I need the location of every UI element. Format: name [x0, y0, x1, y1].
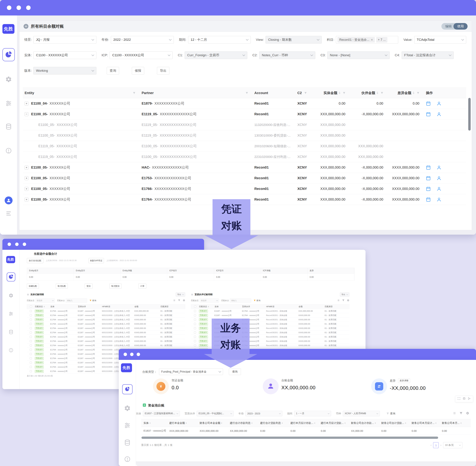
version-select[interactable]: Working	[33, 67, 96, 74]
row-checkbox[interactable]	[30, 370, 32, 372]
voucher-calendar-icon[interactable]	[426, 112, 431, 117]
list-icon[interactable]	[453, 412, 456, 415]
person-icon[interactable]	[437, 101, 441, 106]
detail-row[interactable]: 匹配成功 E1764 - xxxxxx公司 E1187 - xxxxxx公司 6…	[27, 313, 185, 317]
ledger-type-select[interactable]: Funding_Pool_Principal - 资金池本金	[159, 368, 223, 375]
match-id-input[interactable]: 请输入	[230, 298, 251, 303]
detail-row[interactable]: 匹配成功 E1764 - xxxxxx公司 E1187 - xxxxxx公司 6…	[27, 335, 185, 339]
row-checkbox[interactable]	[30, 361, 32, 364]
sidebar-item-data[interactable]	[9, 330, 13, 335]
voucher-calendar-icon[interactable]	[426, 186, 431, 191]
person-icon[interactable]	[437, 197, 441, 202]
row-checkbox[interactable]	[194, 331, 196, 334]
row-checkbox[interactable]	[30, 331, 32, 334]
filter-funnel-icon[interactable]	[133, 92, 135, 94]
detail-row[interactable]: 匹配成功 E1187 - xxxxxx公司 E1764 - xxxxxx公司 R…	[191, 309, 349, 313]
row-checkbox[interactable]	[30, 349, 32, 351]
match-status-select[interactable]: 请选择	[200, 298, 219, 303]
row-checkbox[interactable]	[30, 344, 32, 347]
detail-row[interactable]: 匹配成功 E1764 - xxxxxx公司 E1187 - xxxxxx公司 6…	[27, 317, 185, 322]
vertical-scrollbar[interactable]	[468, 98, 471, 130]
prev-page-icon[interactable]: ‹	[430, 444, 431, 447]
sidebar-item-reports[interactable]	[7, 272, 15, 281]
detail-row[interactable]: 匹配成功 E1764 - xxxxxx公司 E1187 - xxxxxx公司 6…	[27, 322, 185, 326]
sidebar-item-info[interactable]	[5, 147, 12, 155]
next-page-icon[interactable]: ›	[440, 444, 441, 447]
voucher-calendar-icon[interactable]	[426, 197, 431, 202]
detail-row[interactable]: 匹配成功 E1187 - xxxxxx公司 E1764 - xxxxxx公司 R…	[191, 313, 349, 317]
sidebar-item-adjustments[interactable]	[5, 100, 12, 107]
filter-icon[interactable]	[342, 299, 345, 302]
expand-toggle[interactable]: +	[25, 166, 28, 169]
detail-row[interactable]: 匹配成功 E1764 - xxxxxx公司 E1187 - xxxxxx公司 6…	[27, 330, 185, 335]
person-icon[interactable]	[437, 165, 441, 170]
sidebar-item-reports[interactable]	[122, 384, 132, 394]
urge-button[interactable]: 催报	[132, 67, 144, 74]
row-checkbox[interactable]	[30, 310, 32, 312]
filter-select[interactable]: E1100_05 - 中化国际(...	[197, 411, 234, 416]
sidebar-item-reports[interactable]	[2, 48, 15, 61]
expand-icon[interactable]	[458, 397, 460, 401]
gear-icon[interactable]	[466, 412, 469, 415]
expand-toggle[interactable]: −	[25, 112, 28, 116]
row-checkbox[interactable]	[30, 353, 32, 355]
select-all-checkbox[interactable]	[194, 305, 196, 308]
match-id-input[interactable]: 请输入	[66, 298, 87, 303]
export-button[interactable]: 导出	[157, 67, 169, 74]
search-link[interactable]: 查询	[89, 299, 96, 302]
gear-icon[interactable]	[347, 299, 349, 302]
close-icon[interactable]: ✕	[371, 38, 373, 41]
match-action-button[interactable]: 计算	[138, 283, 146, 289]
filter-select[interactable]: E1837 - 江苏瑞恒新材料科...	[143, 411, 180, 416]
sidebar-item-settings[interactable]	[124, 405, 131, 412]
horizontal-scrollbar[interactable]	[142, 437, 438, 439]
user-avatar[interactable]	[5, 197, 12, 204]
sidebar-item-data[interactable]	[124, 439, 131, 447]
select-all-checkbox[interactable]	[30, 305, 32, 308]
page-size-select[interactable]: 10 条/页	[443, 442, 462, 448]
dock-icon[interactable]	[463, 397, 465, 401]
voucher-calendar-icon[interactable]	[426, 176, 431, 181]
account-tag[interactable]: Recon01 - 资金池余...✕	[337, 37, 375, 43]
query-button[interactable]: 查询	[229, 368, 241, 375]
account-multiselect[interactable]: Recon01 - 资金池余...✕ + 7 ...	[336, 36, 398, 44]
sidebar-item-settings[interactable]	[9, 293, 13, 299]
sidebar-item-adjustments[interactable]	[124, 422, 131, 429]
filter-select[interactable]: 2023 - 2023	[245, 411, 282, 416]
filter-funnel-icon[interactable]	[246, 92, 248, 94]
detail-row[interactable]: 匹配成功 E1764 - xxxxxx公司 E1187 - xxxxxx公司 6…	[27, 326, 185, 330]
expand-toggle[interactable]: +	[25, 187, 28, 191]
entity-select[interactable]: C1100 - XXXXXX公司	[33, 51, 96, 59]
gear-icon[interactable]	[183, 299, 185, 302]
match-status-select[interactable]: 请选择	[36, 298, 55, 303]
expand-toggle[interactable]: +	[25, 176, 28, 180]
row-checkbox[interactable]	[194, 323, 196, 325]
row-checkbox[interactable]	[194, 319, 196, 321]
match-action-button[interactable]: 暂挂	[85, 283, 93, 289]
export-button[interactable]: 导出	[340, 292, 349, 297]
row-checkbox[interactable]	[30, 323, 32, 325]
year-select[interactable]: 2022 - 2022	[111, 36, 174, 44]
sidebar-item-data[interactable]	[5, 123, 12, 130]
export-button[interactable]: 导出	[176, 292, 185, 297]
account-more-tag[interactable]: + 7 ...	[376, 37, 388, 43]
c4-select[interactable]: FTotal - 法定报表合计	[402, 51, 454, 59]
auto-match-button[interactable]: 执行自动匹配	[27, 258, 43, 263]
value-select[interactable]: TCAdjsTotal	[414, 36, 466, 44]
search-link[interactable]: 查询	[386, 412, 395, 415]
row-checkbox[interactable]	[194, 314, 196, 316]
sort-icon[interactable]	[377, 92, 378, 94]
sidebar-item-info[interactable]	[124, 456, 131, 463]
sort-icon[interactable]	[413, 92, 414, 94]
expand-toggle[interactable]: +	[25, 102, 28, 105]
view-select[interactable]: Closing - 期末数	[265, 36, 322, 44]
row-checkbox[interactable]	[194, 310, 196, 312]
sort-icon[interactable]	[339, 92, 340, 94]
person-icon[interactable]	[437, 186, 441, 191]
diff-adjust-button[interactable]: 差异调整	[398, 378, 410, 383]
match-action-button[interactable]: 取消暂挂	[109, 283, 121, 289]
scenario-select[interactable]: JQ - 月报	[33, 36, 96, 44]
icp-select[interactable]: C1100 - XXXXXX公司	[110, 51, 173, 59]
row-checkbox[interactable]	[30, 336, 32, 338]
person-icon[interactable]	[437, 112, 441, 117]
